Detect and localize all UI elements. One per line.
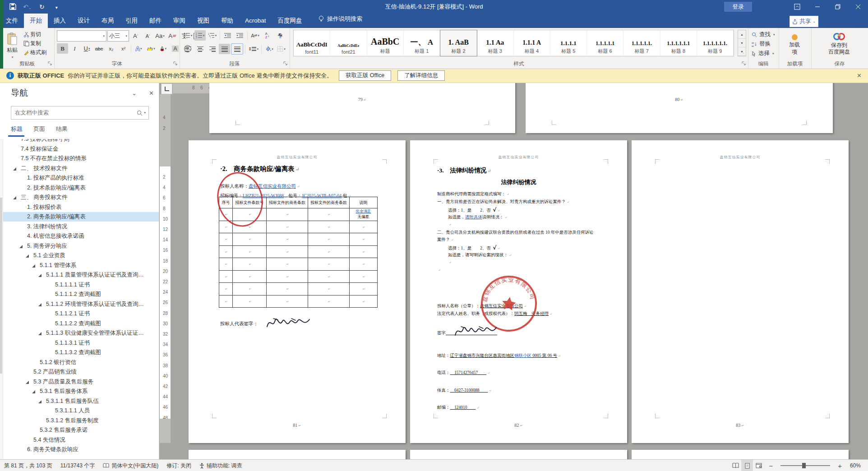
- nav-heading-item[interactable]: 5.1.1 管理体系: [0, 261, 159, 270]
- style-标题 7[interactable]: 1.1.1.1.1.标题 7: [623, 30, 660, 56]
- styles-gallery-scroll[interactable]: ▲▼▼̱: [738, 30, 746, 56]
- shading-button[interactable]: ▾: [263, 44, 275, 54]
- ribbon-tab-百度网盘[interactable]: 百度网盘: [272, 14, 308, 28]
- nav-heading-item[interactable]: 5.1.1.3 职业健康安全管理体系认证证…: [0, 328, 159, 338]
- nav-heading-item[interactable]: 5.4 失信情况: [0, 435, 159, 445]
- nav-heading-item[interactable]: 5.2 产品销售业绩: [0, 367, 159, 377]
- shrink-font-button[interactable]: Aˇ: [142, 31, 153, 41]
- nav-heading-item[interactable]: 5.3 产品质量及售后服务: [0, 377, 159, 387]
- ribbon-tab-开始[interactable]: 开始: [24, 14, 48, 28]
- zoom-in-button[interactable]: +: [834, 460, 846, 471]
- font-name-combo[interactable]: ▾: [57, 30, 106, 42]
- nav-heading-item[interactable]: 5.1.1.3.2 查询截图: [0, 348, 159, 357]
- ribbon-tab-邮件[interactable]: 邮件: [143, 14, 167, 28]
- font-size-combo[interactable]: 小三▾: [107, 30, 129, 42]
- font-dialog-launcher-icon[interactable]: [173, 61, 179, 67]
- search-icon[interactable]: [137, 110, 143, 116]
- page-indicator[interactable]: 第 81 页，共 103 页: [0, 460, 56, 471]
- nav-heading-item[interactable]: 5.3.1.2 售后服务制度: [0, 416, 159, 425]
- clear-formatting-button[interactable]: A: [166, 31, 178, 41]
- nav-pane-close-icon[interactable]: ✕: [149, 90, 154, 97]
- minimize-button[interactable]: [807, 0, 827, 14]
- nav-heading-item[interactable]: 5.3.2 售后服务承诺: [0, 425, 159, 435]
- bullets-button[interactable]: ▾: [182, 30, 194, 41]
- track-changes-status[interactable]: 修订: 关闭: [162, 460, 195, 471]
- tell-me-search[interactable]: 操作说明搜索: [318, 15, 362, 23]
- addins-button[interactable]: 加载项: [782, 29, 807, 60]
- page-86[interactable]: [632, 450, 849, 459]
- nav-heading-item[interactable]: 6. 商务关键条款响应: [0, 445, 159, 454]
- align-left-button[interactable]: [182, 44, 194, 54]
- nav-scrollbar[interactable]: [0, 139, 3, 459]
- select-button[interactable]: 选择▾: [748, 49, 779, 58]
- nav-heading-item[interactable]: 2. 商务条款响应/偏离表: [0, 212, 159, 222]
- format-painter-button[interactable]: 格式刷: [23, 49, 46, 56]
- share-button[interactable]: 共享⌄: [790, 16, 818, 27]
- nav-heading-item[interactable]: 1. 投标报价表: [0, 203, 159, 212]
- nav-heading-item[interactable]: 7.5 不存在禁止投标的情形: [0, 154, 159, 163]
- show-hide-marks-button[interactable]: ⇥¶: [274, 30, 285, 41]
- style-标题 9[interactable]: 1.1.1.1.1.1.标题 9: [697, 30, 734, 56]
- paste-button[interactable]: 粘贴▾: [3, 29, 22, 60]
- nav-heading-item[interactable]: 5.1.1.1.2 查询截图: [0, 290, 159, 299]
- nav-pane-options-icon[interactable]: ⌄: [132, 90, 137, 97]
- ribbon-tab-视图[interactable]: 视图: [191, 14, 215, 28]
- nav-search-box[interactable]: 在文档中搜索 ▾: [11, 106, 149, 120]
- page-80[interactable]: 80↵: [526, 83, 833, 133]
- style-标题 1[interactable]: 一、 A标题 1: [404, 30, 440, 56]
- nav-tab-结果[interactable]: 结果: [56, 125, 68, 133]
- copy-button[interactable]: 复制: [23, 40, 41, 47]
- grow-font-button[interactable]: Aˆ: [130, 31, 141, 41]
- style-标题 5[interactable]: 1.1.1.1标题 5: [550, 30, 587, 56]
- ribbon-display-options-icon[interactable]: [787, 0, 807, 14]
- ribbon-tab-审阅[interactable]: 审阅: [167, 14, 191, 28]
- numbering-button[interactable]: 123▾: [194, 30, 206, 41]
- change-case-button[interactable]: Aa▾: [154, 31, 166, 41]
- nav-heading-item[interactable]: 5.1.1.2 环境管理体系认证证书及查询…: [0, 300, 159, 309]
- nav-heading-item[interactable]: 5.3.1.1 售后服务队伍: [0, 397, 159, 406]
- expand-triangle-icon[interactable]: [38, 332, 42, 335]
- clipboard-dialog-launcher-icon[interactable]: [48, 61, 53, 67]
- expand-triangle-icon[interactable]: [19, 245, 23, 248]
- ribbon-tab-帮助[interactable]: 帮助: [215, 14, 239, 28]
- nav-heading-item[interactable]: 1. 投标产品的执行标准: [0, 173, 159, 183]
- nav-heading-item[interactable]: 5.3.1.1.1 人员: [0, 406, 159, 416]
- expand-triangle-icon[interactable]: [13, 167, 16, 171]
- nav-heading-item[interactable]: 7.3 投标人自律守则: [0, 139, 159, 144]
- superscript-button[interactable]: x²: [118, 43, 129, 54]
- nav-heading-item[interactable]: 5.1 企业资质: [0, 251, 159, 260]
- accessibility-status[interactable]: 辅助功能: 调查: [195, 460, 246, 471]
- style-标题 8[interactable]: 1.1.1.1.1.1标题 8: [660, 30, 697, 56]
- search-dropdown-icon[interactable]: ▾: [144, 111, 146, 115]
- increase-indent-button[interactable]: [234, 30, 245, 41]
- proofing-status[interactable]: 简体中文(中国大陆): [99, 460, 162, 471]
- borders-button[interactable]: ▾: [276, 44, 287, 54]
- nav-heading-item[interactable]: 5.1.2 银行资信: [0, 358, 159, 367]
- expand-triangle-icon[interactable]: [26, 381, 29, 384]
- save-to-baidu-button[interactable]: 保存到百度网盘: [821, 29, 857, 60]
- nav-heading-item[interactable]: 5.1.1.3.1 证书: [0, 338, 159, 348]
- tab-selector-box[interactable]: [161, 83, 172, 94]
- find-button[interactable]: 查找▾: [748, 30, 779, 39]
- nav-heading-item[interactable]: 二、 技术投标文件: [0, 164, 159, 173]
- page-83[interactable]: 盘锦互信实业有限公司 83↵: [632, 140, 849, 443]
- word-count[interactable]: 11/13743 个字: [56, 460, 99, 471]
- web-layout-button[interactable]: [753, 460, 765, 471]
- highlight-color-button[interactable]: ab▾: [145, 43, 157, 54]
- ribbon-tab-插入[interactable]: 插入: [48, 14, 72, 28]
- styles-dialog-launcher-icon[interactable]: [742, 61, 747, 67]
- gallery-up-icon[interactable]: ▲: [738, 30, 746, 39]
- gallery-down-icon[interactable]: ▼: [738, 39, 746, 47]
- page-85[interactable]: [410, 450, 627, 459]
- ribbon-tab-设计[interactable]: 设计: [72, 14, 96, 28]
- sign-in-button[interactable]: 登录: [724, 2, 752, 12]
- restore-button[interactable]: [827, 0, 848, 14]
- cut-button[interactable]: 剪切: [23, 31, 41, 38]
- strikethrough-button[interactable]: abc: [93, 43, 105, 54]
- nav-heading-item[interactable]: 4. 机密信息接收承诺函: [0, 231, 159, 241]
- nav-heading-item[interactable]: 5.3.1 售后服务体系: [0, 387, 159, 396]
- style-标题 4[interactable]: 1.1.1 A标题 4: [514, 30, 550, 56]
- align-center-button[interactable]: [194, 44, 206, 54]
- style-标题 3[interactable]: 1.1 Aa标题 3: [477, 30, 513, 56]
- asian-layout-button[interactable]: A⇄▾: [249, 30, 261, 41]
